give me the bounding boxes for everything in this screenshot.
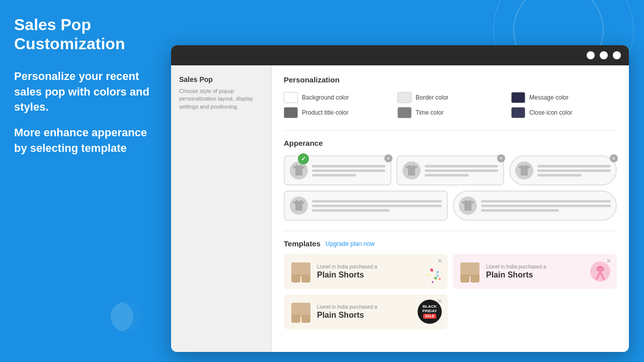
line xyxy=(537,165,611,167)
appearance-title: Apperance xyxy=(284,139,617,147)
browser-dot-2 xyxy=(600,51,608,59)
color-item-message[interactable]: Message color xyxy=(511,92,617,103)
line xyxy=(312,200,442,203)
svg-point-5 xyxy=(432,281,434,283)
border-color-swatch[interactable] xyxy=(397,92,412,103)
message-color-swatch[interactable] xyxy=(511,92,525,103)
line xyxy=(425,174,469,176)
templates-section: Templates Upgrade plan now ✕ xyxy=(284,239,617,329)
appearance-template-2[interactable]: ✕ xyxy=(396,155,504,186)
time-color-label: Time color xyxy=(416,109,444,116)
left-description-1: Personalize your recent sales pop with c… xyxy=(14,69,156,115)
personalization-title: Personalization xyxy=(284,75,617,84)
template-3-shirt xyxy=(515,161,533,179)
appearance-grid-row1: ✕ ✓ xyxy=(284,155,617,186)
promo-3-purchased: Lionel in India purchased a xyxy=(317,304,413,310)
template-2-shirt xyxy=(403,161,421,179)
promo-1-product-image xyxy=(290,260,312,283)
bf-friday-text: FRIDAY xyxy=(422,309,437,314)
time-color-swatch[interactable] xyxy=(397,107,412,118)
color-item-border[interactable]: Border color xyxy=(397,92,503,103)
appearance-template-3[interactable]: ✕ xyxy=(509,155,617,186)
bf-sale-text: SALE xyxy=(423,314,437,319)
template-1-lines xyxy=(312,165,385,176)
browser-window: Sales Pop Choose style of popup personal… xyxy=(171,45,629,352)
sidebar-description: Choose style of popup personalization la… xyxy=(179,87,263,111)
line xyxy=(312,174,356,176)
template-5-lines xyxy=(481,200,611,212)
message-color-label: Message color xyxy=(529,94,569,101)
svg-point-3 xyxy=(434,277,437,280)
sidebar-title: Sales Pop xyxy=(179,75,263,83)
personalization-grid: Background color Border color Message co… xyxy=(284,92,617,118)
svg-line-7 xyxy=(437,274,439,277)
template-5-shirt xyxy=(459,197,477,215)
promo-2-badge xyxy=(588,259,613,286)
divider-2 xyxy=(284,231,617,231)
main-content: Personalization Background color Border … xyxy=(272,65,629,352)
line xyxy=(312,205,442,207)
line xyxy=(312,165,385,167)
promo-2-product-image xyxy=(459,260,481,283)
line xyxy=(425,169,498,172)
line xyxy=(537,169,611,172)
background-color-label: Background color xyxy=(302,94,349,101)
line xyxy=(312,209,390,212)
browser-dot-1 xyxy=(587,51,595,59)
line xyxy=(481,200,611,203)
templates-grid: ✕ Lionel in India purchased a Plain Shor… xyxy=(284,254,617,329)
close-icon-color-swatch[interactable] xyxy=(511,107,525,118)
product-title-color-swatch[interactable] xyxy=(284,107,298,118)
promo-1-badge xyxy=(422,264,444,286)
templates-header: Templates Upgrade plan now xyxy=(284,239,617,248)
browser-titlebar xyxy=(171,45,629,65)
svg-point-1 xyxy=(437,271,439,273)
line xyxy=(425,165,498,167)
line xyxy=(481,205,611,207)
appearance-section: Apperance ✕ ✓ xyxy=(284,139,617,221)
template-4-shirt xyxy=(290,197,308,215)
svg-point-4 xyxy=(439,278,441,280)
product-title-color-label: Product title color xyxy=(302,109,349,116)
border-color-label: Border color xyxy=(416,94,448,101)
divider-1 xyxy=(284,130,617,131)
promo-3-product-name: Plain Shorts xyxy=(317,311,413,320)
browser-content: Sales Pop Choose style of popup personal… xyxy=(171,65,629,352)
color-item-product-title[interactable]: Product title color xyxy=(284,107,389,118)
color-item-close-icon[interactable]: Close icon color xyxy=(511,107,617,118)
appearance-grid-row2 xyxy=(284,191,617,221)
browser-dot-3 xyxy=(613,51,621,59)
template-3-close[interactable]: ✕ xyxy=(610,154,618,162)
decorative-moon xyxy=(111,302,141,332)
left-description-2: More enhance apperance by selecting temp… xyxy=(14,125,156,156)
template-2-lines xyxy=(425,165,498,176)
background-color-swatch[interactable] xyxy=(284,92,298,103)
promo-3-product-image xyxy=(290,301,312,323)
line xyxy=(537,174,582,176)
appearance-template-4[interactable] xyxy=(284,191,448,221)
promo-card-3-close[interactable]: ✕ xyxy=(436,297,444,305)
color-item-time[interactable]: Time color xyxy=(397,107,503,118)
promo-card-2[interactable]: ✕ Lionel in India purchased a Plain Shor… xyxy=(453,254,617,289)
promo-card-3[interactable]: ✕ Lionel in India purchased a Plain Shor… xyxy=(284,294,448,329)
close-icon-color-label: Close icon color xyxy=(529,109,572,116)
promo-3-text: Lionel in India purchased a Plain Shorts xyxy=(317,304,413,320)
appearance-template-1[interactable]: ✕ ✓ xyxy=(284,155,391,186)
template-1-check: ✓ xyxy=(298,153,309,164)
left-panel: Sales Pop Customization Personalize your… xyxy=(0,0,171,362)
color-item-background[interactable]: Background color xyxy=(284,92,389,103)
svg-point-2 xyxy=(428,274,430,276)
line xyxy=(481,209,559,212)
line xyxy=(312,169,385,172)
sidebar: Sales Pop Choose style of popup personal… xyxy=(171,65,272,352)
appearance-template-5[interactable] xyxy=(453,191,617,221)
template-3-lines xyxy=(537,165,611,176)
personalization-section: Personalization Background color Border … xyxy=(284,75,617,118)
template-1-close[interactable]: ✕ xyxy=(384,154,392,162)
templates-title: Templates xyxy=(284,239,320,248)
template-4-lines xyxy=(312,200,442,212)
page-title: Sales Pop Customization xyxy=(14,15,156,54)
template-2-close[interactable]: ✕ xyxy=(497,154,505,162)
upgrade-link[interactable]: Upgrade plan now xyxy=(326,240,374,247)
promo-card-1[interactable]: ✕ Lionel in India purchased a Plain Shor… xyxy=(284,254,448,289)
